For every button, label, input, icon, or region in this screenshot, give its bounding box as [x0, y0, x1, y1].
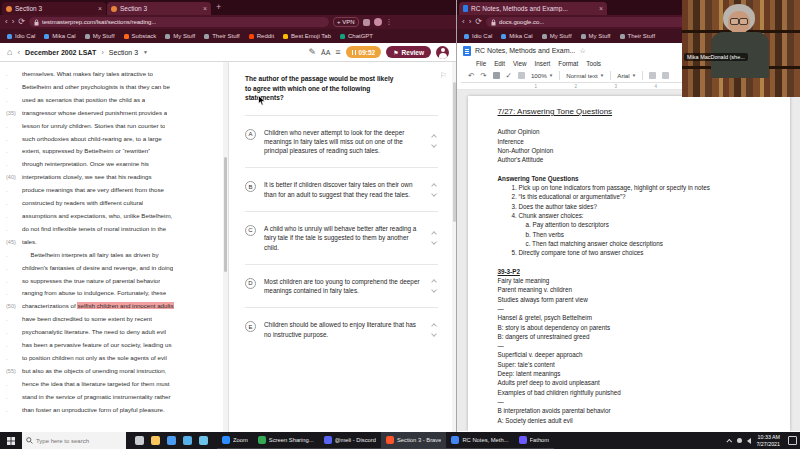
forward-icon[interactable]: ›	[469, 18, 472, 26]
search-input[interactable]	[36, 438, 122, 444]
bookmark-item[interactable]: My Stuff	[165, 33, 195, 39]
chevron-down-icon[interactable]	[431, 143, 437, 149]
browser-tab[interactable]: Section 3 ×	[107, 2, 211, 15]
bookmark-item[interactable]: Idio Cal	[7, 33, 35, 39]
bookmark-item[interactable]: Idio Cal	[464, 33, 492, 39]
chevron-up-icon[interactable]	[431, 231, 437, 237]
bookmark-item[interactable]: My Stuff	[542, 33, 572, 39]
redo-icon[interactable]: ↷	[480, 72, 486, 80]
extensions-icon[interactable]	[363, 19, 370, 26]
document-title[interactable]: RC Notes, Methods and Exam...	[475, 47, 575, 54]
paint-format-icon[interactable]	[518, 72, 525, 79]
back-icon[interactable]: ‹	[5, 18, 8, 26]
zoom-select[interactable]: 100%▼	[531, 72, 553, 79]
menu-item[interactable]: Format	[558, 60, 578, 67]
menu-item[interactable]: Tools	[586, 60, 601, 67]
bookmark-item[interactable]: ChatGPT	[340, 33, 373, 39]
taskbar-clock[interactable]: 10:33 AM 7/27/2021	[756, 434, 780, 447]
taskbar-app-icon[interactable]	[151, 436, 160, 445]
bookmark-item[interactable]: Their Stuff	[204, 33, 240, 39]
reload-icon[interactable]: ⟳	[475, 18, 482, 26]
undo-icon[interactable]: ↶	[468, 72, 474, 80]
answer-choice[interactable]: B It is better if children discover fair…	[245, 167, 438, 211]
vpn-button[interactable]: + VPN	[333, 17, 359, 27]
menu-item[interactable]: Edit	[494, 60, 505, 67]
taskbar-window-button[interactable]: @meli - Discord	[319, 432, 381, 449]
answer-choice[interactable]: C A child who is unruly will behave bett…	[245, 211, 438, 264]
profile-icon[interactable]	[374, 18, 382, 26]
menu-item[interactable]: View	[513, 60, 527, 67]
choice-letter[interactable]: E	[245, 321, 256, 332]
menu-item[interactable]: Insert	[535, 60, 551, 67]
section-dropdown[interactable]: Section 3	[109, 49, 138, 56]
bold-icon[interactable]	[662, 72, 669, 79]
tab-close-icon[interactable]: ×	[98, 5, 102, 12]
review-button[interactable]: ⚑ Review	[386, 46, 431, 58]
chevron-down-icon[interactable]	[431, 191, 437, 197]
webcam-video[interactable]: Mika MacDonald (she...	[682, 0, 800, 97]
document-page[interactable]: 7/27: Answering Tone Questions Author Op…	[468, 96, 790, 431]
bookmark-item[interactable]: Substack	[124, 33, 157, 39]
choice-letter[interactable]: D	[245, 278, 256, 289]
chevron-down-icon[interactable]	[431, 331, 437, 337]
account-avatar[interactable]	[436, 46, 449, 59]
home-icon[interactable]: ⌂	[7, 48, 12, 57]
notification-center-icon[interactable]	[788, 436, 797, 445]
paragraph-style-select[interactable]: Normal text▼	[566, 72, 604, 79]
choice-toggle[interactable]	[432, 324, 436, 336]
chevron-down-icon[interactable]	[431, 287, 437, 293]
bookmark-item[interactable]: Reddit	[249, 33, 274, 39]
tray-expand-icon[interactable]	[727, 438, 733, 444]
highlighter-icon[interactable]: ✎	[308, 48, 316, 57]
taskbar-window-button[interactable]: Zoom	[217, 432, 253, 449]
chevron-up-icon[interactable]	[431, 135, 437, 141]
answer-choice[interactable]: A Children who never attempt to look for…	[245, 115, 438, 168]
volume-icon[interactable]	[747, 438, 751, 444]
taskbar-app-icon[interactable]	[183, 436, 192, 445]
choice-letter[interactable]: B	[245, 181, 256, 192]
taskbar-window-button[interactable]: Section 3 - Brave	[381, 432, 446, 449]
taskbar-window-button[interactable]: RC Notes, Meth...	[446, 432, 513, 449]
bookmark-item[interactable]: Mika Cal	[501, 33, 532, 39]
bookmark-item[interactable]: My Stuff	[581, 33, 611, 39]
bookmark-item[interactable]: Their Stuff	[620, 33, 656, 39]
network-icon[interactable]	[737, 438, 742, 443]
browser-tab[interactable]: Section 3 ×	[2, 2, 106, 15]
line-spacing-icon[interactable]: ≡	[335, 48, 340, 57]
tab-close-icon[interactable]: ×	[203, 5, 207, 12]
chevron-right-icon[interactable]: ›	[101, 48, 104, 57]
chevron-up-icon[interactable]	[431, 323, 437, 329]
choice-toggle[interactable]	[432, 135, 436, 147]
answer-choice[interactable]: D Most children are too young to compreh…	[245, 264, 438, 308]
bookmark-item[interactable]: My Stuff	[85, 33, 115, 39]
taskbar-app-icon[interactable]	[199, 436, 208, 445]
chevron-down-icon[interactable]	[431, 239, 437, 245]
choice-toggle[interactable]	[432, 184, 436, 196]
browser-tab[interactable]: RC Notes, Methods and Examp... ×	[459, 2, 607, 15]
chevron-left-icon[interactable]: ‹	[17, 48, 20, 57]
taskbar-window-button[interactable]: Screen Sharing...	[253, 432, 319, 449]
start-button[interactable]	[0, 432, 22, 449]
browser-menu-icon[interactable]: ⋮	[386, 18, 393, 26]
tab-close-icon[interactable]: ×	[599, 5, 603, 12]
back-icon[interactable]: ‹	[462, 18, 465, 26]
reload-icon[interactable]: ⟳	[18, 18, 25, 26]
bookmark-item[interactable]: Mika Cal	[44, 33, 75, 39]
url-field[interactable]: testmasterprep.com/lsat/sections/reading…	[29, 17, 329, 27]
taskbar-window-button[interactable]: Fathom	[514, 432, 555, 449]
docs-icon[interactable]	[463, 46, 471, 56]
chevron-up-icon[interactable]	[431, 183, 437, 189]
menu-item[interactable]: File	[476, 60, 486, 67]
timer-badge[interactable]: 09:52	[346, 46, 382, 58]
spellcheck-icon[interactable]: ✓	[506, 72, 512, 80]
bookmark-item[interactable]: Best Emoji Tab	[283, 33, 331, 39]
star-icon[interactable]: ☆	[579, 47, 585, 55]
taskbar-search[interactable]	[22, 432, 126, 449]
chevron-up-icon[interactable]	[431, 279, 437, 285]
choice-toggle[interactable]	[432, 232, 436, 244]
taskbar-app-icon[interactable]	[167, 436, 176, 445]
passage-scrollbar[interactable]	[223, 62, 228, 432]
font-select[interactable]: Arial▼	[617, 72, 636, 79]
answer-choice[interactable]: E Children should be allowed to enjoy li…	[245, 307, 438, 351]
forward-icon[interactable]: ›	[12, 18, 15, 26]
